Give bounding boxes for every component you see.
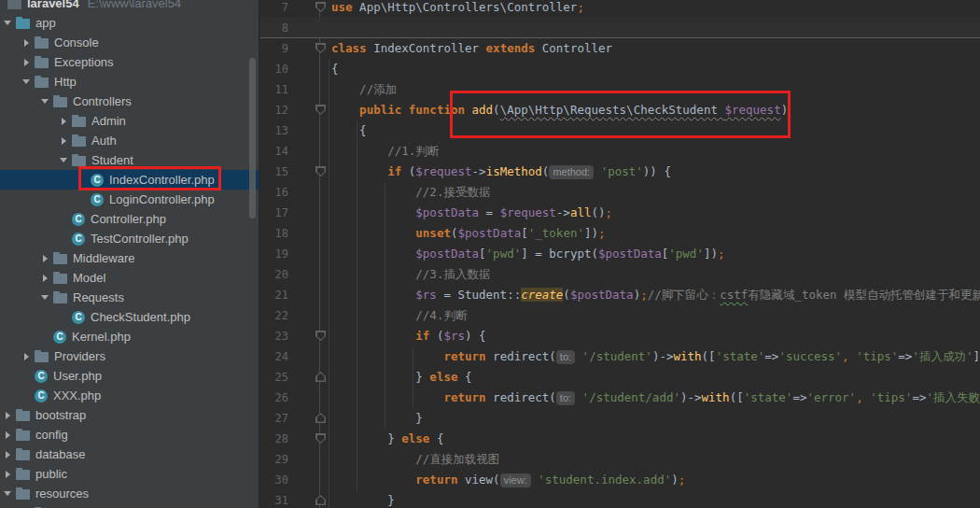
code-line-30[interactable]: 30 return view(view: 'student.index.add'… <box>260 470 980 490</box>
code-line-28[interactable]: 28 } else { <box>260 429 980 449</box>
chevron-expanded-icon[interactable] <box>2 13 13 33</box>
fold-expanded-icon[interactable] <box>315 2 326 12</box>
code-line-27[interactable]: 27 } <box>260 408 980 429</box>
line-number: 9 <box>260 38 288 59</box>
tree-item-label: Kernel.php <box>72 330 131 344</box>
spacer <box>58 229 69 248</box>
tree-item-label: CheckStudent.php <box>91 310 190 324</box>
code-line-29[interactable]: 29 //直接加载视图 <box>260 449 980 470</box>
folder-icon <box>16 411 30 421</box>
chevron-collapsed-icon[interactable] <box>58 111 69 131</box>
tree-item-controllers[interactable]: Controllers <box>0 92 259 111</box>
fold-end-icon[interactable] <box>315 413 326 423</box>
tree-item-config[interactable]: config <box>0 425 259 444</box>
tree-item-label: Controller.php <box>91 212 166 226</box>
chevron-collapsed-icon[interactable] <box>2 405 13 425</box>
chevron-collapsed-icon[interactable] <box>58 131 69 150</box>
code-line-8[interactable]: 8 <box>260 18 980 38</box>
folder-icon <box>72 117 86 127</box>
tree-item-http[interactable]: Http <box>0 72 259 92</box>
chevron-collapsed-icon[interactable] <box>21 503 32 508</box>
code-line-19[interactable]: 19 $postData['pwd'] = bcrypt($postData['… <box>260 244 980 264</box>
parameter-hint: to: <box>556 391 575 405</box>
code-editor[interactable]: 7use App\Http\Controllers\Controller;89c… <box>260 0 980 508</box>
tree-item-indexcontroller-php[interactable]: CIndexController.php <box>0 170 259 190</box>
chevron-collapsed-icon[interactable] <box>39 248 50 268</box>
chevron-collapsed-icon[interactable] <box>21 52 32 72</box>
project-root-item[interactable]: laravel54 E:\www\laravel54 <box>0 0 259 13</box>
code-line-11[interactable]: 11 //添加 <box>260 79 980 100</box>
code-line-21[interactable]: 21 $rs = Student::create($postData);//脚下… <box>260 285 980 305</box>
code-line-26[interactable]: 26 return redirect(to: '/student/add')->… <box>260 388 980 408</box>
code-line-20[interactable]: 20 //3.插入数据 <box>260 264 980 285</box>
line-number: 29 <box>260 449 288 470</box>
tree-item-admin[interactable]: Admin <box>0 111 259 131</box>
tree-item-logincontroller-php[interactable]: CLoginController.php <box>0 190 259 209</box>
code-line-10[interactable]: 10{ <box>260 59 980 79</box>
chevron-collapsed-icon[interactable] <box>2 464 13 484</box>
code-line-23[interactable]: 23 if ($rs) { <box>260 326 980 346</box>
tree-item-kernel-php[interactable]: CKernel.php <box>0 327 259 346</box>
code-line-14[interactable]: 14 //1.判断 <box>260 141 980 162</box>
code-line-25[interactable]: 25 } else { <box>260 367 980 388</box>
tree-item-student[interactable]: Student <box>0 150 259 170</box>
fold-expanded-icon[interactable] <box>315 331 326 341</box>
tree-item-label: User.php <box>53 369 102 383</box>
fold-expanded-icon[interactable] <box>315 105 326 115</box>
tree-item-requests[interactable]: Requests <box>0 288 259 307</box>
tree-item-exceptions[interactable]: Exceptions <box>0 52 259 72</box>
php-class-icon: C <box>91 174 104 187</box>
code-line-17[interactable]: 17 $postData = $request->all(); <box>260 203 980 223</box>
fold-expanded-icon[interactable] <box>315 43 326 53</box>
chevron-expanded-icon[interactable] <box>21 72 32 92</box>
tree-item-testcontroller-php[interactable]: CTestController.php <box>0 229 259 248</box>
chevron-expanded-icon[interactable] <box>2 484 13 503</box>
tree-item-auth[interactable]: Auth <box>0 131 259 150</box>
code-line-24[interactable]: 24 return redirect(to: '/student')->with… <box>260 346 980 367</box>
tree-item-resources[interactable]: resources <box>0 484 259 503</box>
tree-item-bootstrap[interactable]: bootstrap <box>0 405 259 425</box>
code-line-9[interactable]: 9class IndexController extends Controlle… <box>260 38 980 59</box>
tree-item-public[interactable]: public <box>0 464 259 484</box>
code-line-31[interactable]: 31 } <box>260 490 980 508</box>
tree-item-user-php[interactable]: CUser.php <box>0 366 259 386</box>
tree-item-partial[interactable] <box>0 503 259 508</box>
code-line-18[interactable]: 18 unset($postData['_token']); <box>260 223 980 244</box>
line-number: 30 <box>260 470 288 490</box>
line-number: 24 <box>260 346 288 367</box>
tree-item-middleware[interactable]: Middleware <box>0 248 259 268</box>
fold-expanded-icon[interactable] <box>315 433 326 444</box>
chevron-expanded-icon[interactable] <box>39 92 50 111</box>
tree-item-checkstudent-php[interactable]: CCheckStudent.php <box>0 307 259 327</box>
code-line-13[interactable]: 13 { <box>260 120 980 141</box>
fold-end-icon[interactable] <box>315 495 326 505</box>
code-line-15[interactable]: 15 if ($request->isMethod(method: 'post'… <box>260 162 980 182</box>
tree-item-app[interactable]: app <box>0 13 259 33</box>
chevron-expanded-icon[interactable] <box>58 150 69 170</box>
tree-item-console[interactable]: Console <box>0 33 259 52</box>
fold-column <box>315 326 328 346</box>
code-line-22[interactable]: 22 //4.判断 <box>260 305 980 326</box>
fold-expanded-icon[interactable] <box>315 166 326 176</box>
chevron-collapsed-icon[interactable] <box>2 444 13 464</box>
spacer <box>58 209 69 229</box>
tree-item-controller-php[interactable]: CController.php <box>0 209 259 229</box>
folder-icon <box>72 156 86 166</box>
chevron-collapsed-icon[interactable] <box>21 33 32 52</box>
line-number: 28 <box>260 429 288 449</box>
chevron-expanded-icon[interactable] <box>39 288 50 307</box>
php-class-icon: C <box>53 331 66 344</box>
tree-item-providers[interactable]: Providers <box>0 346 259 366</box>
fold-column <box>315 18 328 38</box>
chevron-collapsed-icon[interactable] <box>39 268 50 288</box>
code-line-16[interactable]: 16 //2.接受数据 <box>260 182 980 203</box>
code-line-7[interactable]: 7use App\Http\Controllers\Controller; <box>260 0 980 18</box>
chevron-collapsed-icon[interactable] <box>2 425 13 444</box>
fold-end-icon[interactable] <box>315 372 326 382</box>
tree-item-xxx-php[interactable]: CXXX.php <box>0 386 259 405</box>
tree-item-model[interactable]: Model <box>0 268 259 288</box>
code-line-12[interactable]: 12 public function add(\App\Http\Request… <box>260 100 980 120</box>
tree-item-database[interactable]: database <box>0 444 259 464</box>
tree-scrollbar-thumb[interactable] <box>249 58 256 219</box>
chevron-collapsed-icon[interactable] <box>21 346 32 366</box>
